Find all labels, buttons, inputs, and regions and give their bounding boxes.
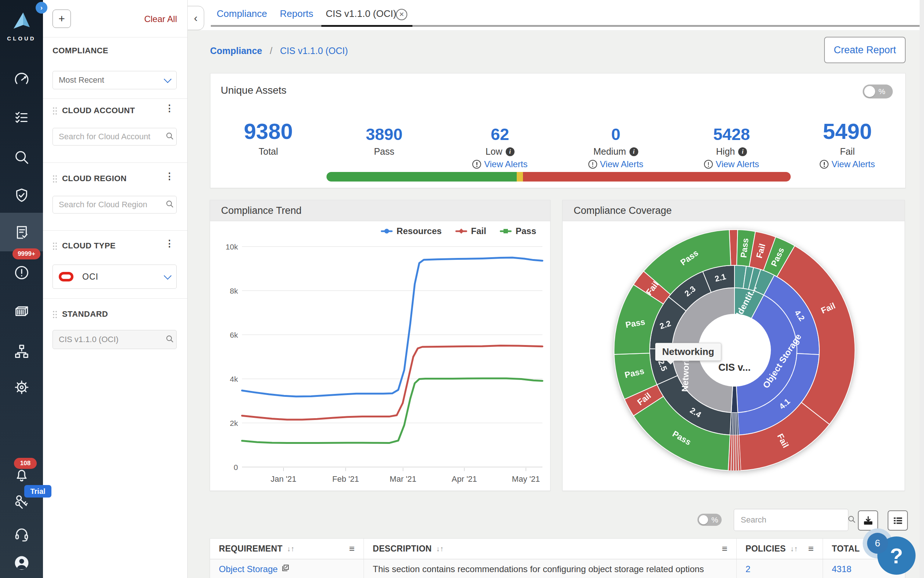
info-icon[interactable]: i — [506, 147, 515, 156]
sort-icon[interactable]: ↓↑ — [790, 545, 798, 553]
table-search-input[interactable] — [740, 515, 847, 525]
nav-compliance-clipboard-icon[interactable] — [0, 223, 43, 242]
cloud-type-menu-icon[interactable]: ⋮ — [165, 240, 174, 247]
clear-all-filters-link[interactable]: Clear All — [144, 14, 177, 24]
table-columns-button[interactable] — [888, 510, 908, 531]
stat-fail-value: 5490 — [823, 110, 872, 143]
cloud-account-search-input[interactable] — [58, 132, 165, 142]
cloud-region-search-input[interactable] — [58, 200, 165, 210]
policies-count-link[interactable]: 2 — [746, 564, 750, 574]
chevron-down-icon — [164, 75, 172, 83]
standard-filter-input[interactable] — [58, 334, 165, 345]
column-requirement[interactable]: REQUIREMENT↓↑≡ — [210, 539, 364, 559]
breadcrumb-parent[interactable]: Compliance — [210, 45, 262, 56]
requirement-description: This section contains recommendations fo… — [364, 559, 737, 578]
stat-high-value: 5428 — [713, 110, 750, 143]
sort-icon[interactable]: ↓↑ — [436, 545, 443, 553]
nav-search-icon[interactable] — [0, 148, 43, 167]
tab-reports[interactable]: Reports — [280, 8, 313, 19]
total-count-link[interactable]: 4318 — [832, 564, 851, 574]
view-alerts-fail-link[interactable]: View Alerts — [820, 159, 875, 169]
percent-label: % — [879, 87, 885, 96]
cloud-type-select[interactable]: OCI — [52, 265, 176, 289]
trend-line-chart[interactable]: 02k4k6k8k10kJan '21Feb '21Mar '21Apr '21… — [210, 221, 550, 490]
cloud-region-menu-icon[interactable]: ⋮ — [165, 172, 174, 180]
help-count-badge: 6 — [867, 533, 888, 554]
nav-checklist-icon[interactable] — [0, 108, 43, 127]
drag-handle-icon[interactable] — [52, 310, 57, 318]
percent-toggle[interactable]: % — [863, 84, 893, 99]
view-alerts-high-link[interactable]: View Alerts — [704, 159, 759, 169]
collapse-panel-button[interactable]: ‹ — [187, 6, 204, 30]
legend-marker-icon — [500, 228, 512, 234]
info-icon[interactable]: i — [629, 147, 638, 156]
compliance-sort-select[interactable]: Most Recent — [52, 71, 176, 89]
brand-logo[interactable]: CLOUD — [0, 10, 43, 42]
column-menu-icon[interactable]: ≡ — [808, 543, 814, 554]
column-description[interactable]: DESCRIPTION↓↑≡ — [364, 539, 737, 559]
legend-item-resources[interactable]: Resources — [380, 226, 442, 236]
create-report-button[interactable]: Create Report — [824, 37, 906, 63]
download-button[interactable] — [858, 510, 878, 531]
view-alerts-medium-link[interactable]: View Alerts — [588, 159, 643, 169]
nav-dashboard-gauge-icon[interactable] — [0, 71, 43, 90]
chevron-down-icon — [164, 271, 172, 279]
stat-medium-value: 0 — [611, 110, 620, 143]
download-icon — [863, 515, 874, 526]
cloud-account-menu-icon[interactable]: ⋮ — [165, 104, 174, 112]
svg-text:0: 0 — [233, 463, 238, 471]
column-policies[interactable]: POLICIES↓↑≡ — [737, 539, 823, 559]
drag-handle-icon[interactable] — [52, 242, 57, 250]
stat-low: 62 Lowi View Alerts — [442, 110, 558, 169]
nav-network-icon[interactable] — [0, 342, 43, 361]
standard-filter — [52, 330, 176, 349]
svg-text:May '21: May '21 — [512, 474, 540, 484]
search-icon — [165, 132, 174, 142]
nav-rail: CLOUD 9999+ 108 — [0, 0, 43, 578]
bar-fail-segment — [523, 172, 791, 182]
legend-item-pass[interactable]: Pass — [500, 226, 536, 236]
drag-handle-icon[interactable] — [52, 107, 57, 115]
divider — [43, 231, 187, 231]
cloud-region-search — [52, 196, 176, 213]
external-link-icon[interactable] — [278, 564, 290, 574]
stat-pass-label: Pass — [374, 146, 395, 157]
table-percent-toggle[interactable]: % — [697, 514, 722, 526]
nav-containers-icon[interactable] — [0, 302, 43, 321]
filter-section-cloud-region-label: CLOUD REGION — [62, 174, 127, 183]
coverage-sunburst-chart[interactable]: Identit...Object StorageNetworking4.24.1… — [563, 221, 905, 490]
add-filter-button[interactable]: + — [52, 10, 71, 28]
expand-nav-button[interactable]: › — [36, 2, 47, 14]
drag-handle-icon[interactable] — [52, 175, 57, 183]
svg-text:8k: 8k — [230, 287, 238, 295]
column-menu-icon[interactable]: ≡ — [349, 543, 355, 554]
nav-settings-gear-icon[interactable] — [0, 378, 43, 397]
column-menu-icon[interactable]: ≡ — [722, 543, 728, 554]
requirement-link[interactable]: Object Storage — [219, 564, 278, 574]
breadcrumb-current: CIS v1.1.0 (OCI) — [280, 45, 348, 56]
search-icon — [847, 515, 856, 525]
nav-profile-avatar[interactable] — [0, 554, 43, 573]
nav-shield-check-icon[interactable] — [0, 186, 43, 205]
legend-item-fail[interactable]: Fail — [455, 226, 486, 236]
trend-legend: ResourcesFailPass — [380, 226, 536, 236]
nav-alerts-icon[interactable] — [0, 263, 43, 282]
trend-title: Compliance Trend — [221, 205, 301, 216]
sort-icon[interactable]: ↓↑ — [287, 545, 295, 553]
nav-support-headset-icon[interactable] — [0, 525, 43, 544]
divider — [43, 99, 187, 99]
svg-text:Jan '21: Jan '21 — [271, 474, 296, 484]
breadcrumb: Compliance / CIS v1.1.0 (OCI) — [210, 45, 348, 56]
view-alerts-low-link[interactable]: View Alerts — [472, 159, 528, 169]
table-columns-icon — [892, 515, 903, 526]
coverage-title: Compliance Coverage — [574, 205, 672, 216]
tab-cis-oci-active[interactable]: CIS v1.1.0 (OCI) — [326, 8, 396, 19]
close-tab-icon[interactable]: ✕ — [396, 9, 407, 20]
alert-circle-icon — [472, 160, 481, 169]
info-icon[interactable]: i — [738, 147, 747, 156]
brand-logo-icon — [10, 10, 33, 32]
scrollbar-track[interactable] — [919, 0, 924, 578]
svg-text:10k: 10k — [225, 242, 238, 251]
tab-compliance[interactable]: Compliance — [217, 8, 267, 19]
stat-pass-value: 3890 — [366, 110, 403, 143]
